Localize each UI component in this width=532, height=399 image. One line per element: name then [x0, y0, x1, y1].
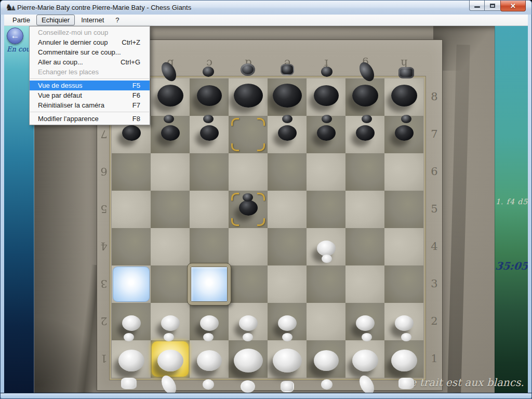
square-a6[interactable]: [112, 153, 151, 191]
square-g6[interactable]: [345, 153, 384, 191]
square-d4[interactable]: [229, 228, 268, 265]
white-knight-b1[interactable]: [151, 340, 190, 378]
white-pawn-g2[interactable]: [345, 303, 384, 340]
menu-item-label: Annuler le dernier coup: [38, 37, 115, 47]
piece-cap: [281, 381, 294, 392]
menubar-item-echiquier[interactable]: Echiquier: [36, 15, 75, 25]
menu-item-label: Aller au coup...: [38, 57, 114, 67]
black-rook-h8[interactable]: [384, 78, 423, 116]
rank-label-right-2: 2: [428, 314, 441, 328]
white-pawn-f4[interactable]: [307, 228, 345, 265]
menu-item-aller-au-coup[interactable]: Aller au coup...Ctrl+G: [30, 57, 150, 67]
piece-cap: [203, 66, 214, 77]
square-c4[interactable]: [190, 228, 229, 265]
menu-item-shortcut: Ctrl+Z: [122, 37, 140, 47]
white-rook-a1[interactable]: [112, 340, 151, 378]
piece-base: [273, 84, 302, 108]
square-b3[interactable]: [151, 265, 190, 303]
square-g4[interactable]: [345, 228, 384, 265]
white-pawn-c2[interactable]: [190, 303, 229, 340]
black-pawn-b7[interactable]: [151, 116, 190, 153]
square-h6[interactable]: [384, 153, 423, 191]
menu-item-vue-de-dessus[interactable]: Vue de dessusF5: [30, 81, 150, 90]
piece-base: [278, 315, 297, 331]
square-f3[interactable]: [307, 265, 345, 303]
piece-cap: [398, 67, 414, 78]
white-pawn-h2[interactable]: [384, 303, 423, 340]
square-d7[interactable]: [229, 116, 268, 153]
black-knight-b8[interactable]: [151, 78, 190, 116]
square-e6[interactable]: [268, 153, 307, 191]
right-sidebar: 1. f4 d5 35:05: [495, 26, 528, 393]
piece-base: [234, 349, 263, 373]
square-d3[interactable]: [229, 265, 268, 303]
square-e4[interactable]: [268, 228, 307, 265]
square-f5[interactable]: [307, 191, 345, 228]
menu-item-reinitialiser-la-camera[interactable]: Réinitialiser la caméraF7: [30, 100, 150, 110]
piece-base: [197, 350, 222, 371]
white-king-e1[interactable]: [268, 340, 307, 378]
square-e5[interactable]: [268, 191, 307, 228]
black-queen-d8[interactable]: [229, 78, 268, 116]
square-h3[interactable]: [384, 265, 423, 303]
white-rook-h1[interactable]: [384, 340, 423, 378]
menubar-item-aide[interactable]: ?: [110, 15, 124, 25]
black-pawn-e7[interactable]: [268, 116, 307, 153]
white-pawn-d2[interactable]: [229, 303, 268, 340]
black-pawn-f7[interactable]: [307, 116, 345, 153]
black-bishop-f8[interactable]: [307, 78, 345, 116]
menu-item-modifier-l-apparence[interactable]: Modifier l'apparenceF8: [30, 114, 150, 124]
square-c6[interactable]: [190, 153, 229, 191]
menu-item-annuler-le-dernier-coup[interactable]: Annuler le dernier coupCtrl+Z: [30, 37, 150, 47]
square-b4[interactable]: [151, 228, 190, 265]
black-pawn-h7[interactable]: [384, 116, 423, 153]
piece-cap: [322, 115, 332, 123]
menu-item-shortcut: F7: [132, 100, 140, 110]
move-hint-square-a3[interactable]: [113, 267, 150, 302]
back-button[interactable]: ←: [7, 28, 23, 44]
menubar-item-internet[interactable]: Internet: [76, 15, 109, 25]
menu-item-label: Vue de dessus: [38, 81, 126, 90]
echiquier-menu-dropdown: Conseillez-moi un coupAnnuler le dernier…: [29, 26, 150, 125]
white-bishop-c1[interactable]: [190, 340, 229, 378]
white-bishop-f1[interactable]: [307, 340, 345, 378]
square-c5[interactable]: [190, 191, 229, 228]
menu-item-label: Commentaire sur ce coup...: [38, 47, 134, 57]
menubar-item-partie[interactable]: Partie: [7, 15, 35, 25]
piece-base: [234, 84, 263, 108]
black-pawn-d5[interactable]: [229, 191, 268, 228]
square-f6[interactable]: [307, 153, 345, 191]
piece-base: [161, 125, 180, 141]
white-pawn-e2[interactable]: [268, 303, 307, 340]
close-button[interactable]: ✕: [500, 1, 526, 11]
menu-item-vue-par-defaut[interactable]: Vue par défautF6: [30, 90, 150, 100]
white-pawn-b2[interactable]: [151, 303, 190, 340]
square-g5[interactable]: [345, 191, 384, 228]
white-knight-g1[interactable]: [345, 340, 384, 378]
piece-base: [395, 125, 414, 141]
menu-item-commentaire-sur-ce-coup[interactable]: Commentaire sur ce coup...: [30, 47, 150, 57]
black-pawn-c7[interactable]: [190, 116, 229, 153]
square-g3[interactable]: [345, 265, 384, 303]
square-h5[interactable]: [384, 191, 423, 228]
maximize-button[interactable]: [485, 1, 500, 11]
square-a5[interactable]: [112, 191, 151, 228]
piece-cap: [362, 115, 372, 123]
hover-cursor-frame-c3[interactable]: [188, 263, 231, 305]
square-h4[interactable]: [384, 228, 423, 265]
white-queen-d1[interactable]: [229, 340, 268, 378]
square-f2[interactable]: [307, 303, 345, 340]
black-knight-g8[interactable]: [345, 78, 384, 116]
square-a4[interactable]: [112, 228, 151, 265]
white-pawn-a2[interactable]: [112, 303, 151, 340]
black-king-e8[interactable]: [268, 78, 307, 116]
black-bishop-c8[interactable]: [190, 78, 229, 116]
square-b5[interactable]: [151, 191, 190, 228]
square-b6[interactable]: [151, 153, 190, 191]
square-e3[interactable]: [268, 265, 307, 303]
square-d6[interactable]: [229, 153, 268, 191]
window-border-left: [0, 15, 4, 399]
app-icon: ♞♟: [5, 3, 16, 14]
black-pawn-g7[interactable]: [345, 116, 384, 153]
minimize-button[interactable]: [469, 1, 485, 11]
